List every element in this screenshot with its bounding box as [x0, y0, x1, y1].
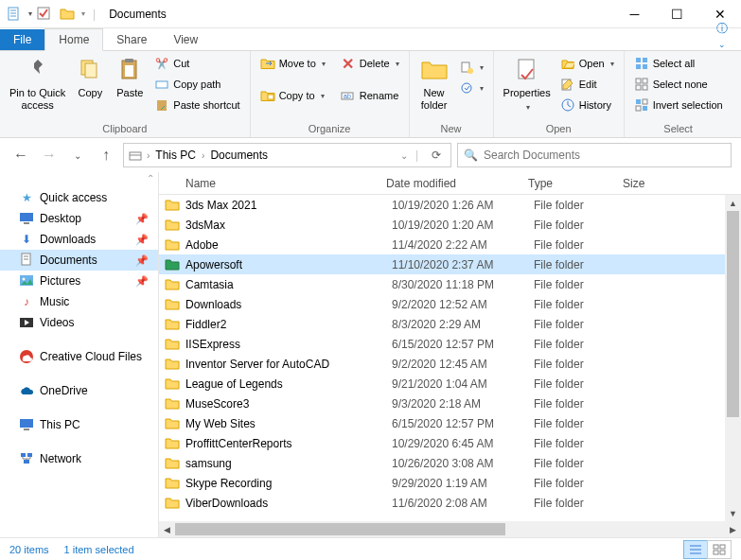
- chevron-icon[interactable]: ›: [202, 150, 204, 161]
- rename-button[interactable]: abRename: [337, 85, 403, 106]
- forward-button[interactable]: →: [38, 144, 61, 166]
- sidebar-documents[interactable]: Documents📌: [0, 250, 158, 271]
- up-button[interactable]: ↑: [95, 144, 117, 166]
- column-type[interactable]: Type: [528, 177, 623, 190]
- sidebar-network[interactable]: Network: [0, 448, 158, 469]
- open-button[interactable]: Open▾: [556, 53, 618, 74]
- file-row[interactable]: Skype Recording9/29/2020 1:19 AMFile fol…: [159, 473, 741, 493]
- collapse-icon[interactable]: ⌃: [147, 173, 154, 184]
- group-label-open: Open: [500, 121, 618, 136]
- file-row[interactable]: ProffittCenterReports10/29/2020 6:45 AMF…: [159, 433, 741, 453]
- back-button[interactable]: ←: [9, 144, 32, 166]
- qat-checkbox-icon[interactable]: [34, 4, 55, 25]
- minimize-button[interactable]: ─: [613, 0, 656, 28]
- breadcrumb-root[interactable]: This PC: [153, 149, 198, 162]
- file-name: Adobe: [185, 238, 392, 252]
- qat-folder-icon[interactable]: [57, 4, 78, 25]
- file-row[interactable]: ViberDownloads11/6/2020 2:08 AMFile fold…: [159, 493, 741, 513]
- properties-button[interactable]: Properties▾: [500, 53, 555, 115]
- file-row[interactable]: Fiddler28/3/2020 2:29 AMFile folder: [159, 314, 741, 334]
- file-row[interactable]: 3dsMax10/19/2020 1:20 AMFile folder: [159, 215, 741, 235]
- scroll-thumb[interactable]: [175, 523, 505, 535]
- new-item-button[interactable]: ▾: [455, 57, 487, 78]
- sidebar-pictures[interactable]: Pictures📌: [0, 271, 158, 291]
- large-icons-view-button[interactable]: [707, 540, 732, 559]
- copy-path-button[interactable]: Copy path: [150, 74, 243, 95]
- paste-button[interactable]: Paste: [111, 53, 149, 101]
- file-type: File folder: [534, 477, 628, 490]
- maximize-button[interactable]: ☐: [656, 0, 698, 28]
- select-none-button[interactable]: Select none: [630, 74, 727, 95]
- scroll-left-icon[interactable]: ◀: [159, 521, 175, 537]
- cut-button[interactable]: ✂️Cut: [150, 53, 243, 74]
- easy-access-icon: [459, 80, 474, 96]
- qat-customize-icon[interactable]: ▾: [81, 9, 85, 18]
- file-row[interactable]: My Web Sites6/15/2020 12:57 PMFile folde…: [159, 413, 741, 433]
- folder-icon: [165, 357, 180, 372]
- scroll-up-icon[interactable]: ▲: [725, 195, 741, 211]
- file-name: 3ds Max 2021: [185, 199, 392, 212]
- qat-dropdown-icon[interactable]: ▾: [28, 9, 32, 18]
- tab-file[interactable]: File: [0, 29, 44, 50]
- svg-rect-26: [643, 79, 647, 83]
- horizontal-scrollbar[interactable]: ◀ ▶: [159, 521, 741, 537]
- sidebar-desktop[interactable]: Desktop📌: [0, 208, 158, 229]
- scroll-down-icon[interactable]: ▼: [725, 505, 741, 521]
- file-list[interactable]: 3ds Max 202110/19/2020 1:26 AMFile folde…: [159, 195, 741, 521]
- file-row[interactable]: Apowersoft11/10/2020 2:37 AMFile folder: [159, 254, 741, 274]
- file-row[interactable]: Inventor Server for AutoCAD9/2/2020 12:4…: [159, 354, 741, 374]
- tab-home[interactable]: Home: [44, 28, 103, 51]
- details-view-button[interactable]: [683, 540, 708, 559]
- address-dropdown-icon[interactable]: ⌄: [400, 150, 408, 161]
- invert-selection-button[interactable]: Invert selection: [630, 95, 727, 115]
- file-row[interactable]: IISExpress6/15/2020 12:57 PMFile folder: [159, 334, 741, 354]
- status-selection: 1 item selected: [64, 544, 134, 555]
- search-box[interactable]: 🔍 Search Documents: [457, 143, 732, 167]
- folder-icon: [165, 376, 180, 392]
- sidebar-creative-cloud[interactable]: Creative Cloud Files: [0, 346, 158, 367]
- file-row[interactable]: samsung10/26/2020 3:08 AMFile folder: [159, 453, 741, 473]
- sidebar-onedrive[interactable]: OneDrive: [0, 380, 158, 401]
- column-size[interactable]: Size: [623, 177, 741, 190]
- copy-to-button[interactable]: Copy to▾: [256, 85, 329, 106]
- column-date[interactable]: Date modified: [386, 177, 528, 190]
- sidebar-music[interactable]: ♪Music: [0, 291, 158, 312]
- address-box[interactable]: › This PC › Documents ⌄ | ⟳: [123, 143, 451, 167]
- history-button[interactable]: History: [556, 95, 618, 115]
- easy-access-button[interactable]: ▾: [455, 78, 487, 98]
- sidebar-downloads[interactable]: ⬇Downloads📌: [0, 229, 158, 250]
- folder-icon: [165, 317, 180, 332]
- new-folder-button[interactable]: New folder: [415, 53, 453, 114]
- file-row[interactable]: Downloads9/2/2020 12:52 AMFile folder: [159, 294, 741, 314]
- file-row[interactable]: Adobe11/4/2020 2:22 AMFile folder: [159, 235, 741, 254]
- column-name[interactable]: Name: [159, 177, 386, 190]
- move-to-button[interactable]: Move to▾: [256, 53, 329, 74]
- qat-properties-icon[interactable]: [4, 4, 25, 25]
- file-row[interactable]: League of Legends9/21/2020 1:04 AMFile f…: [159, 374, 741, 394]
- sidebar-this-pc[interactable]: This PC: [0, 414, 158, 435]
- refresh-button[interactable]: ⟳: [426, 149, 447, 162]
- tab-view[interactable]: View: [160, 29, 211, 50]
- scroll-thumb[interactable]: [727, 211, 739, 417]
- sidebar-videos[interactable]: Videos: [0, 312, 158, 333]
- file-name: Fiddler2: [185, 318, 392, 331]
- file-name: League of Legends: [185, 377, 392, 391]
- copy-button[interactable]: Copy: [71, 53, 109, 101]
- breadcrumb-current[interactable]: Documents: [208, 149, 270, 162]
- file-row[interactable]: MuseScore39/3/2020 2:18 AMFile folder: [159, 394, 741, 413]
- edit-button[interactable]: Edit: [556, 74, 618, 95]
- vertical-scrollbar[interactable]: ▲ ▼: [725, 195, 741, 521]
- tab-share[interactable]: Share: [103, 29, 160, 50]
- chevron-icon[interactable]: ›: [147, 150, 150, 161]
- select-all-button[interactable]: Select all: [630, 53, 727, 74]
- scroll-right-icon[interactable]: ▶: [725, 521, 741, 537]
- help-button[interactable]: ⓘ ⌄: [713, 21, 741, 50]
- file-row[interactable]: 3ds Max 202110/19/2020 1:26 AMFile folde…: [159, 195, 741, 215]
- pin-to-quick-access-button[interactable]: Pin to Quick access: [6, 53, 69, 114]
- delete-icon: ✕: [341, 56, 356, 71]
- sidebar-quick-access[interactable]: ★Quick access: [0, 187, 158, 208]
- file-row[interactable]: Camtasia8/30/2020 11:18 PMFile folder: [159, 274, 741, 294]
- delete-button[interactable]: ✕Delete▾: [337, 53, 403, 74]
- recent-locations-button[interactable]: ⌄: [66, 144, 89, 166]
- paste-shortcut-button[interactable]: Paste shortcut: [150, 95, 243, 115]
